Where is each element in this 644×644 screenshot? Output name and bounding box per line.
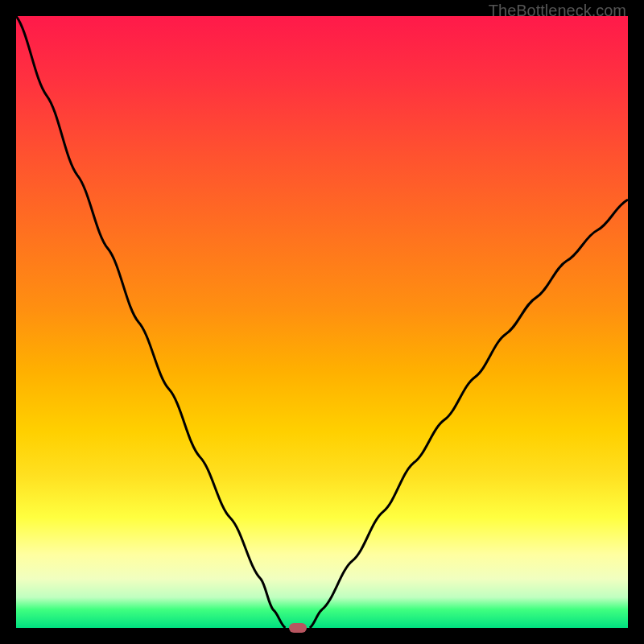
curve-svg [16,16,628,628]
right-curve-path [310,200,628,628]
optimal-marker [289,623,307,633]
watermark-text: TheBottleneck.com [489,2,626,20]
plot-area [16,16,628,628]
chart-container: TheBottleneck.com [0,0,644,644]
left-curve-path [16,16,285,628]
